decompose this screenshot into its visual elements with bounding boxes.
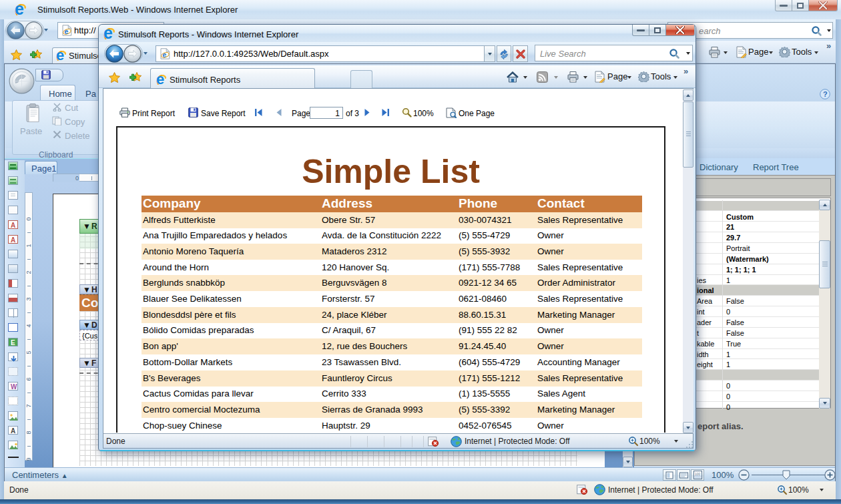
svg-text:e: e: [156, 75, 164, 85]
svg-text:e: e: [103, 28, 113, 39]
svg-text:e: e: [56, 51, 64, 61]
svg-text:e: e: [65, 27, 69, 35]
svg-text:e: e: [163, 51, 167, 59]
svg-text:100: 100: [695, 472, 701, 476]
svg-text:?: ?: [823, 90, 828, 98]
svg-text:e: e: [15, 4, 24, 15]
